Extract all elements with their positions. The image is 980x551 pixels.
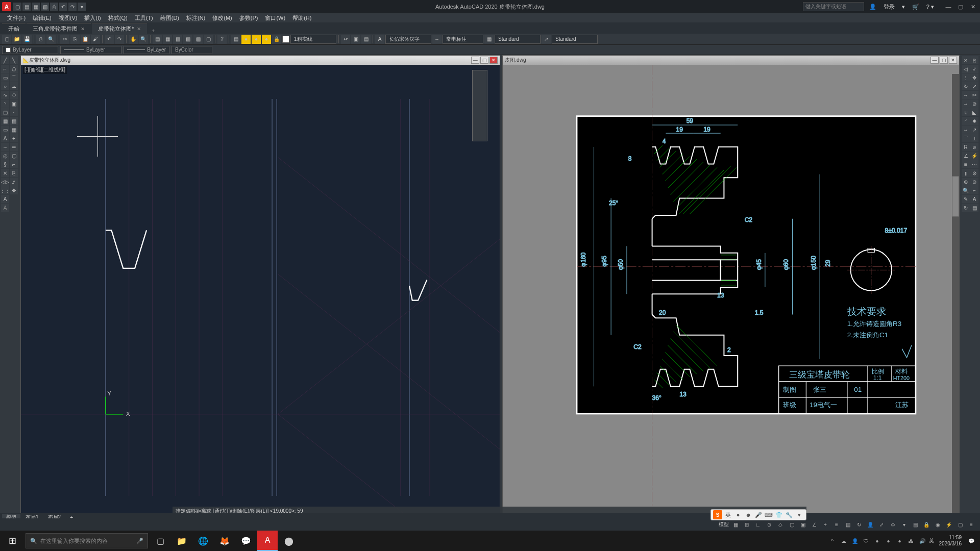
cut-icon[interactable]: ✂ bbox=[60, 35, 69, 44]
lineweight-dropdown[interactable]: ByLayer bbox=[124, 46, 169, 54]
tray-people-icon[interactable]: 👤 bbox=[850, 536, 860, 545]
rectangle-icon[interactable]: ▭ bbox=[1, 73, 9, 82]
dim-space-icon[interactable]: ⫿ bbox=[962, 169, 970, 177]
explorer-icon[interactable]: 📁 bbox=[172, 531, 192, 551]
layer-prev-icon[interactable]: ↫ bbox=[341, 35, 350, 44]
text-a-icon[interactable]: A bbox=[1, 195, 9, 203]
linetype-dropdown[interactable]: ByLayer bbox=[60, 46, 121, 54]
obs-task-icon[interactable]: ⬤ bbox=[279, 531, 299, 551]
transparency-icon[interactable]: ▨ bbox=[843, 520, 852, 529]
text-style-icon[interactable]: A bbox=[375, 35, 384, 44]
color-dropdown[interactable]: ByLayer bbox=[2, 46, 58, 54]
minimize-button[interactable]: — bbox=[943, 3, 953, 11]
isolate-icon[interactable]: ◉ bbox=[933, 520, 942, 529]
firefox-icon[interactable]: 🦊 bbox=[214, 531, 235, 551]
ime-keyboard-icon[interactable]: ⌨ bbox=[764, 510, 773, 519]
menu-draw[interactable]: 绘图(D) bbox=[157, 14, 182, 22]
pan-icon[interactable]: ✋ bbox=[129, 35, 138, 44]
autocad-task-icon[interactable]: A bbox=[257, 531, 278, 551]
dim-ordinate-icon[interactable]: ⊥ bbox=[970, 134, 978, 142]
table-icon[interactable]: ▦ bbox=[10, 126, 18, 134]
isodraft-icon[interactable]: ◇ bbox=[776, 520, 785, 529]
open-icon[interactable]: ▤ bbox=[22, 3, 31, 11]
ime-toolbar[interactable]: S 英 ● ☻ 🎤 ⌨ 👕 🔧 ▾ bbox=[710, 509, 806, 520]
tab-doc2-active[interactable]: 皮带轮立体图*✕ bbox=[92, 23, 147, 34]
calc-icon[interactable]: ▢ bbox=[204, 35, 213, 44]
tray-app2-icon[interactable]: ● bbox=[884, 536, 893, 545]
design-center-icon[interactable]: ▦ bbox=[163, 35, 172, 44]
rotate-icon[interactable]: ↻ bbox=[962, 82, 970, 90]
dimtedit-icon[interactable]: A bbox=[970, 195, 978, 203]
layer-state1-icon[interactable]: ● bbox=[241, 35, 251, 44]
block-icon[interactable]: ▢ bbox=[1, 108, 9, 116]
dimstyle-dropdown[interactable]: 常电标注 bbox=[443, 35, 483, 44]
app-logo-icon[interactable]: A bbox=[2, 2, 11, 11]
preview-icon[interactable]: 🔍 bbox=[46, 35, 56, 44]
break-icon[interactable]: ⊘ bbox=[970, 99, 978, 108]
customize-icon[interactable]: ≡ bbox=[967, 520, 976, 529]
line-icon[interactable]: ╱ bbox=[1, 56, 9, 64]
chrome-icon[interactable]: 🌐 bbox=[193, 531, 213, 551]
win-restore-icon[interactable]: ▢ bbox=[940, 57, 948, 64]
undo-icon[interactable]: ↶ bbox=[105, 35, 114, 44]
menu-dimension[interactable]: 标注(N) bbox=[183, 14, 208, 22]
hatch-icon[interactable]: ▦ bbox=[1, 117, 9, 125]
dyn-icon[interactable]: + bbox=[821, 520, 830, 529]
tolerance-icon[interactable]: ⊕ bbox=[962, 178, 970, 186]
wipeout-icon[interactable]: ▢ bbox=[10, 152, 18, 160]
move-icon[interactable]: ✥ bbox=[970, 73, 978, 82]
modify-offset-icon[interactable]: ⫽ bbox=[10, 178, 18, 186]
viewcube[interactable] bbox=[472, 70, 487, 141]
ellipse-arc-icon[interactable]: ◝ bbox=[1, 99, 9, 108]
ime-voice-icon[interactable]: 🎤 bbox=[754, 510, 763, 519]
xline-icon[interactable]: ╲ bbox=[10, 56, 18, 64]
help-icon[interactable]: ? bbox=[217, 35, 227, 44]
revcloud-icon[interactable]: ☁ bbox=[10, 82, 18, 90]
menu-parametric[interactable]: 参数(P) bbox=[236, 14, 261, 22]
mleaderstyle-dropdown[interactable]: Standard bbox=[552, 35, 598, 44]
redo-icon[interactable]: ↷ bbox=[68, 3, 77, 11]
paste-icon[interactable]: 📋 bbox=[81, 35, 90, 44]
win-close-icon[interactable]: ✕ bbox=[489, 57, 498, 64]
jogged-icon[interactable]: ⌐ bbox=[970, 186, 978, 194]
centermark-icon[interactable]: ⊙ bbox=[970, 178, 978, 186]
drawing-canvas-right[interactable]: 59 19 19 4 8 bbox=[503, 65, 959, 530]
inspect-icon[interactable]: 🔍 bbox=[962, 186, 970, 194]
addselected-icon[interactable]: + bbox=[10, 134, 18, 142]
lock-ui-icon[interactable]: 🔒 bbox=[922, 520, 931, 529]
units-icon[interactable]: ▾ bbox=[899, 520, 909, 529]
tray-onedrive-icon[interactable]: ☁ bbox=[839, 536, 848, 545]
clean-icon[interactable]: ▢ bbox=[955, 520, 965, 529]
tray-clock[interactable]: 11:59 2020/3/16 bbox=[936, 535, 965, 547]
menu-edit[interactable]: 编辑(E) bbox=[30, 14, 55, 22]
dimedit-icon[interactable]: ✎ bbox=[962, 195, 970, 203]
dimstyle-icon[interactable]: ▤ bbox=[970, 204, 978, 212]
tray-security-icon[interactable]: 🛡 bbox=[862, 536, 871, 545]
mleader-style-icon[interactable]: ↗ bbox=[542, 35, 551, 44]
snap-icon[interactable]: ⊞ bbox=[742, 520, 751, 529]
new-icon[interactable]: ▢ bbox=[13, 3, 21, 11]
help-icon[interactable]: ? ▾ bbox=[924, 4, 936, 10]
gradient-icon[interactable]: ▨ bbox=[10, 117, 18, 125]
textstyle-dropdown[interactable]: 长仿宋体汉字 bbox=[385, 35, 431, 44]
modify-copy-icon[interactable]: ⎘ bbox=[10, 169, 18, 177]
text-a2-icon[interactable]: A bbox=[1, 204, 9, 212]
tab-doc1[interactable]: 三角皮带轮零件图✕ bbox=[27, 23, 91, 34]
undo-icon[interactable]: ↶ bbox=[59, 3, 67, 11]
ortho-icon[interactable]: ∟ bbox=[753, 520, 763, 529]
redo-icon[interactable]: ↷ bbox=[115, 35, 124, 44]
quickprops-icon[interactable]: ▤ bbox=[911, 520, 920, 529]
layer-iso-icon[interactable]: ▣ bbox=[351, 35, 360, 44]
win-close-icon[interactable]: ✕ bbox=[949, 57, 957, 64]
dim-radius-icon[interactable]: R bbox=[962, 143, 970, 151]
donut-icon[interactable]: ◎ bbox=[1, 152, 9, 160]
window-titlebar[interactable]: 皮图.dwg — ▢ ✕ bbox=[503, 56, 959, 65]
win-minimize-icon[interactable]: — bbox=[930, 57, 939, 64]
tray-volume-icon[interactable]: 🔊 bbox=[918, 536, 927, 545]
zoom-icon[interactable]: 🔍 bbox=[139, 35, 148, 44]
dim-diameter-icon[interactable]: ⌀ bbox=[970, 143, 978, 151]
menu-help[interactable]: 帮助(H) bbox=[289, 14, 314, 22]
drawing-canvas-left[interactable]: [-][俯视][二维线框] bbox=[21, 65, 500, 530]
open-icon[interactable]: 📁 bbox=[12, 35, 21, 44]
array-icon[interactable]: ⋮ bbox=[962, 73, 970, 82]
